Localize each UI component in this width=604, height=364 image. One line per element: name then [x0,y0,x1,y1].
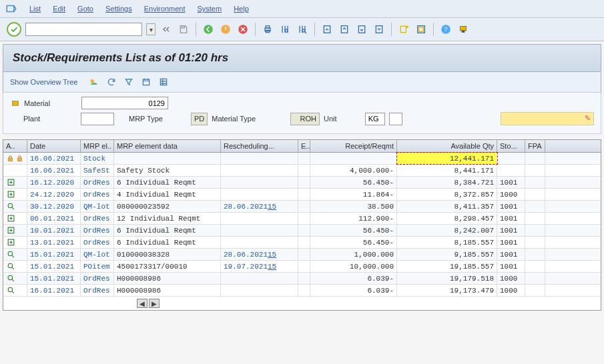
find-next-icon[interactable] [296,23,309,36]
find-icon[interactable] [278,23,292,36]
hdr-availqty[interactable]: Available Qty [397,140,497,152]
menu-environment[interactable]: Environment [144,5,186,13]
cell-mrpel: OrdRes [81,225,114,236]
shortcut-icon[interactable] [414,23,428,36]
cell-receipt: 56.450- [310,177,397,188]
save-icon[interactable] [177,23,190,36]
first-page-icon[interactable] [320,23,334,36]
menu-list[interactable]: List [29,5,41,13]
help-icon[interactable]: ? [439,23,452,36]
row-action-icon[interactable] [6,189,16,199]
row-action-icon[interactable] [6,225,16,235]
row-action-icon[interactable] [6,153,15,163]
cell-fpa [525,165,545,176]
grid-row[interactable]: 16.06.2021Stock12,441.171 [3,153,601,165]
enter-button[interactable] [7,22,21,37]
plant-input[interactable] [81,113,114,125]
cell-mrpel: OrdRes [81,273,114,284]
cell-data: H000008986 [114,285,221,296]
unit-extra-input[interactable] [389,113,402,125]
grid-row[interactable]: 13.01.2021OrdRes6 Individual Reqmt56.450… [3,237,601,249]
new-session-icon[interactable] [397,23,410,36]
nav-back-icon[interactable] [202,23,215,36]
menu-help[interactable]: Help [234,5,249,13]
cell-resched [221,213,298,224]
cell-data: 6 Individual Reqmt [114,177,221,188]
grid-row[interactable]: 16.06.2021SafeStSafety Stock4,000.000-8,… [3,165,601,177]
cell-fpa [525,213,545,224]
cell-fpa [525,249,545,260]
h-scrollbar[interactable]: ◀ ▶ [3,297,601,310]
grid-row[interactable]: 06.01.2021OrdRes12 Individual Reqmt112.9… [3,213,601,225]
row-action-icon[interactable] [6,177,16,187]
cell-availqty: 19,179.518 [397,273,497,284]
layout-icon[interactable] [457,23,470,36]
cell-mrpel: OrdRes [81,189,114,200]
grid-row[interactable]: 15.01.2021QM-lot01000003832828.06.2021 1… [3,249,601,261]
grid-row[interactable]: 16.12.2020OrdRes6 Individual Reqmt56.450… [3,177,601,189]
prev-page-icon[interactable] [338,23,351,36]
nav-cancel-icon[interactable] [236,23,250,36]
hdr-mrpel[interactable]: MRP el.. [81,140,114,152]
menu-system[interactable]: System [197,5,222,13]
comment-bar[interactable]: ✎ [501,112,594,125]
show-overview-tree-link[interactable]: Show Overview Tree [10,78,77,86]
row-action-icon[interactable] [6,237,16,247]
row-action-icon[interactable] [6,213,16,223]
last-page-icon[interactable] [372,23,386,36]
cell-mrpel: OrdRes [81,177,114,188]
back-chevrons-icon[interactable] [160,23,173,36]
grid-icon[interactable] [158,76,170,88]
grid-row[interactable]: 10.01.2021OrdRes6 Individual Reqmt56.450… [3,225,601,237]
row-lock-icon [15,153,24,163]
hdr-e[interactable]: E.. [298,140,310,152]
next-page-icon[interactable] [355,23,368,36]
hdr-resched[interactable]: Rescheduling... [221,140,298,152]
cell-date: 15.01.2021 [27,249,81,260]
hdr-a[interactable]: A.. [3,140,27,152]
cell-e [298,237,310,248]
scroll-right-icon[interactable]: ▶ [149,299,160,308]
grid-row[interactable]: 15.01.2021POitem4500173317/0001019.07.20… [3,261,601,273]
svg-rect-6 [266,26,269,28]
grid-row[interactable]: 24.12.2020OrdRes4 Individual Reqmt11.864… [3,189,601,201]
app-toolbar: ▾ ? [0,18,604,41]
page-title: Stock/Requirements List as of 01:20 hrs [3,44,601,72]
menu-settings[interactable]: Settings [105,5,132,13]
grid-row[interactable]: 15.01.2021OrdResH0000089866.039-19,179.5… [3,273,601,285]
row-action-icon[interactable] [6,201,16,211]
main-menu-bar: List Edit Goto Settings Environment Syst… [0,0,604,18]
tcode-dropdown[interactable]: ▾ [146,23,156,35]
filter-icon[interactable] [123,76,135,88]
menu-edit[interactable]: Edit [53,5,65,13]
nav-exit-icon[interactable] [219,23,232,36]
tcode-input[interactable] [25,23,142,36]
row-action-icon[interactable] [6,261,16,271]
cell-availqty: 8,384.721 [397,177,497,188]
hdr-receipt[interactable]: Receipt/Reqmt [310,140,397,152]
hdr-date[interactable]: Date [27,140,81,152]
grid-row[interactable]: 30.12.2020QM-lot08000002359228.06.2021 1… [3,201,601,213]
grid-row[interactable]: 16.01.2021OrdResH0000089866.039-19,173.4… [3,285,601,297]
unit-input[interactable] [365,113,385,125]
scroll-left-icon[interactable]: ◀ [137,299,147,308]
hdr-sto[interactable]: Sto... [497,140,525,152]
hdr-fpa[interactable]: FPA [525,140,545,152]
material-input[interactable] [81,97,168,109]
row-action-icon[interactable] [6,273,16,283]
cell-sto: 1001 [497,237,525,248]
row-action-icon[interactable] [6,285,16,295]
graphic-icon[interactable] [88,76,100,88]
refresh-icon[interactable] [105,76,117,88]
svg-rect-20 [462,31,465,33]
menu-goto[interactable]: Goto [77,5,93,13]
cell-data: 6 Individual Reqmt [114,225,221,236]
hdr-data[interactable]: MRP element data [114,140,221,152]
svg-point-2 [204,25,213,34]
print-icon[interactable] [261,23,274,36]
date-icon[interactable] [140,76,152,88]
cell-data: 080000023592 [114,201,221,212]
cell-receipt: 1,000.000 [310,249,397,260]
row-action-icon[interactable] [6,165,16,175]
row-action-icon[interactable] [6,249,16,259]
